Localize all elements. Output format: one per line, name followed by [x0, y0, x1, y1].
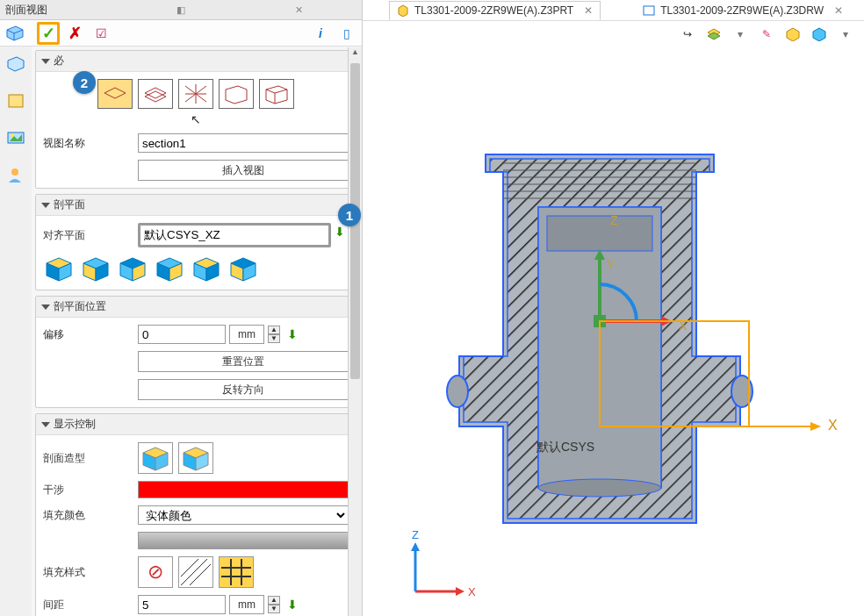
- side-icon-bar: [0, 47, 32, 616]
- svg-line-19: [266, 90, 275, 93]
- box-yellow-icon[interactable]: [783, 25, 803, 44]
- svg-text:Y: Y: [607, 257, 616, 271]
- section-plane: 剖平面 1 对齐平面 ⬇: [35, 194, 356, 290]
- section-header-plane-pos[interactable]: 剖平面位置: [36, 297, 356, 318]
- x-icon: ✗: [68, 24, 82, 43]
- svg-marker-87: [411, 542, 420, 551]
- fill-style-grid[interactable]: [219, 556, 254, 588]
- section-view-icon[interactable]: [4, 22, 26, 45]
- section-shape-2[interactable]: [178, 442, 213, 474]
- svg-line-48: [181, 559, 198, 577]
- reset-position-button[interactable]: 重置位置: [138, 351, 349, 372]
- section-shape-1[interactable]: [138, 442, 173, 474]
- axis-x-label: X: [828, 418, 838, 433]
- panel-title-bar: 剖面视图 ◧ ✕: [0, 0, 362, 20]
- plane-type-1[interactable]: [97, 79, 133, 109]
- cancel-button[interactable]: ✗: [63, 22, 86, 45]
- offset-up[interactable]: ▲: [268, 326, 280, 334]
- svg-line-47: [190, 564, 211, 585]
- plane-type-3[interactable]: [178, 79, 213, 109]
- spacing-down[interactable]: ▼: [268, 605, 280, 613]
- label-spacing: 间距: [43, 598, 131, 612]
- fill-color-swatch[interactable]: [138, 532, 349, 549]
- label-fill-style: 填充样式: [43, 565, 131, 580]
- panel-collapse-icon[interactable]: ◧: [124, 3, 239, 17]
- fill-style-none[interactable]: ⊘: [138, 556, 173, 588]
- offset-input[interactable]: [138, 325, 226, 344]
- eraser-icon[interactable]: ✎: [757, 25, 776, 44]
- section-header-required[interactable]: 必: [36, 51, 356, 72]
- callout-2: 2: [73, 71, 96, 94]
- tab-drw[interactable]: TL3301-2009-2ZR9WE(A).Z3DRW ✕: [636, 1, 850, 20]
- flip-direction-button[interactable]: 反转方向: [138, 379, 349, 400]
- svg-rect-54: [644, 6, 654, 15]
- label-offset: 偏移: [43, 327, 131, 342]
- side-image-icon[interactable]: [5, 127, 26, 148]
- svg-marker-11: [145, 88, 166, 98]
- dropdown-2-icon[interactable]: ▾: [836, 25, 855, 44]
- svg-marker-57: [787, 28, 799, 41]
- svg-marker-12: [145, 91, 166, 102]
- cube-4[interactable]: [154, 254, 185, 283]
- panel-close-icon[interactable]: ✕: [241, 3, 356, 17]
- cube-2[interactable]: [80, 254, 112, 283]
- cube-6[interactable]: [227, 254, 259, 283]
- label-align-plane: 对齐平面: [43, 228, 131, 243]
- spacing-pick-icon[interactable]: ⬇: [284, 596, 301, 613]
- csys-label: 默认CSYS: [536, 440, 594, 454]
- plane-type-4[interactable]: [219, 79, 254, 109]
- model-canvas[interactable]: Z X Y X 默认CSYS X Z: [363, 49, 864, 616]
- interference-color[interactable]: [138, 481, 349, 498]
- spacing-input[interactable]: [138, 595, 226, 614]
- label-view-name: 视图名称: [43, 136, 131, 151]
- preview-button[interactable]: ☑: [90, 22, 112, 45]
- offset-down[interactable]: ▼: [268, 334, 280, 343]
- side-box-icon[interactable]: [5, 90, 26, 111]
- dropdown-1-icon[interactable]: ▾: [731, 25, 750, 44]
- ok-button[interactable]: ✓: [37, 22, 60, 45]
- view-name-input[interactable]: [138, 133, 349, 153]
- panel-scrollbar-track[interactable]: ▲: [348, 47, 362, 616]
- close-tab-prt[interactable]: ✕: [584, 4, 593, 17]
- cube-5[interactable]: [191, 254, 222, 283]
- callout-1: 1: [338, 204, 361, 226]
- svg-text:X: X: [468, 585, 476, 598]
- tab-prt[interactable]: TL3301-2009-2ZR9WE(A).Z3PRT ✕: [389, 1, 601, 20]
- side-user-icon[interactable]: [5, 164, 26, 185]
- info-button[interactable]: i: [309, 22, 332, 45]
- svg-marker-4: [8, 57, 24, 71]
- box-blue-icon[interactable]: [810, 25, 829, 44]
- svg-marker-17: [226, 86, 247, 104]
- cursor-icon: ↖: [191, 112, 201, 126]
- svg-marker-53: [399, 5, 407, 17]
- side-orient-icon[interactable]: [5, 54, 26, 75]
- spacing-unit[interactable]: mm: [229, 595, 264, 614]
- section-plane-position: 剖平面位置 偏移 mm ▲▼ ⬇ 重置位置 反转方向: [35, 296, 356, 408]
- offset-pick-icon[interactable]: ⬇: [284, 326, 301, 343]
- fill-style-hatch[interactable]: [178, 556, 213, 588]
- exit-icon[interactable]: ↪: [678, 25, 697, 44]
- plane-type-5[interactable]: [259, 79, 294, 109]
- insert-view-button[interactable]: 插入视图: [138, 160, 349, 181]
- cube-3[interactable]: [117, 254, 148, 283]
- fill-color-select[interactable]: 实体颜色: [138, 505, 349, 525]
- label-interference: 干涉: [43, 483, 131, 498]
- cube-orientation-row: [43, 254, 349, 283]
- section-header-display[interactable]: 显示控制: [36, 414, 356, 435]
- plane-type-2[interactable]: [138, 79, 173, 109]
- cube-1[interactable]: [43, 254, 75, 283]
- align-plane-input[interactable]: [138, 223, 331, 247]
- offset-unit[interactable]: mm: [229, 325, 264, 344]
- section-header-plane[interactable]: 剖平面: [36, 195, 356, 216]
- svg-point-8: [11, 133, 14, 137]
- close-tab-drw[interactable]: ✕: [834, 4, 843, 17]
- layers-icon[interactable]: [704, 25, 724, 44]
- svg-marker-10: [104, 88, 126, 98]
- help-button[interactable]: ▯: [335, 22, 358, 45]
- label-fill-color: 填充颜色: [43, 508, 131, 523]
- scroll-up-icon[interactable]: ▲: [349, 47, 362, 61]
- svg-point-9: [11, 168, 18, 175]
- svg-text:Z: Z: [610, 213, 618, 227]
- label-section-shape: 剖面造型: [43, 451, 131, 466]
- spacing-up[interactable]: ▲: [268, 596, 280, 605]
